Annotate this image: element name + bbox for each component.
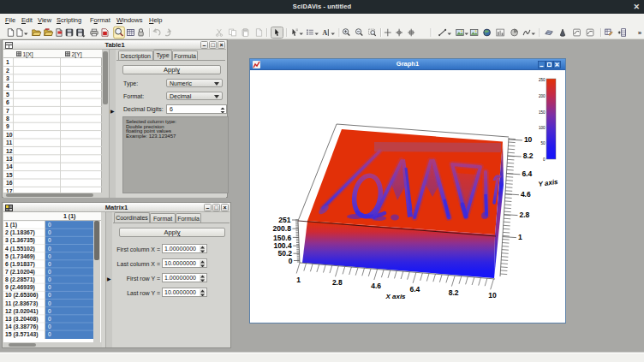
svg-text:0: 0	[48, 237, 51, 243]
svg-text:9: 9	[6, 123, 9, 129]
svg-text:»: »	[638, 29, 642, 37]
svg-text:10: 10	[6, 132, 13, 138]
svg-text:0: 0	[48, 284, 51, 290]
svg-text:16: 16	[6, 180, 13, 186]
svg-text:1 (1): 1 (1)	[5, 222, 17, 228]
svg-text:4: 4	[6, 83, 9, 89]
svg-text:0: 0	[48, 261, 51, 267]
svg-text:8.2: 8.2	[523, 151, 534, 160]
svg-text:15 (3.57143): 15 (3.57143)	[5, 331, 39, 338]
svg-text:0: 0	[48, 246, 51, 252]
svg-text:14 (3.38776): 14 (3.38776)	[5, 323, 39, 330]
svg-text:10: 10	[488, 291, 497, 300]
svg-text:X axis: X axis	[385, 293, 406, 300]
svg-text:3 (1.36735): 3 (1.36735)	[5, 237, 35, 244]
svg-text:A: A	[323, 29, 328, 37]
svg-text:0: 0	[48, 269, 51, 275]
svg-text:15: 15	[6, 172, 13, 178]
svg-text:2.8: 2.8	[332, 278, 343, 287]
svg-text:200: 200	[539, 94, 546, 98]
svg-text:5 (1.73469): 5 (1.73469)	[5, 253, 35, 260]
svg-text:10 (2.65306): 10 (2.65306)	[5, 292, 39, 299]
svg-text:9 (2.46939): 9 (2.46939)	[5, 284, 35, 291]
svg-text:3: 3	[6, 75, 9, 81]
svg-text:13: 13	[6, 156, 13, 162]
svg-text:0: 0	[48, 308, 51, 314]
svg-text:8 (2.28571): 8 (2.28571)	[5, 276, 35, 283]
svg-text:250: 250	[539, 78, 546, 82]
svg-text:2.8: 2.8	[520, 211, 530, 219]
svg-text:6 (1.91837): 6 (1.91837)	[5, 261, 35, 268]
svg-text:Y axis: Y axis	[538, 178, 559, 188]
svg-text:6: 6	[6, 99, 9, 105]
svg-text:100: 100	[539, 126, 546, 130]
svg-text:10: 10	[524, 135, 533, 144]
svg-text:0: 0	[543, 157, 546, 162]
svg-text:1: 1	[6, 59, 9, 65]
svg-text:12 (3.02041): 12 (3.02041)	[5, 308, 39, 315]
svg-text:5: 5	[6, 92, 9, 98]
svg-text:200.8: 200.8	[273, 224, 292, 233]
svg-text:1: 1	[518, 233, 522, 241]
svg-text:4.6: 4.6	[371, 282, 381, 290]
svg-text:8: 8	[6, 116, 9, 122]
svg-text:0: 0	[48, 316, 51, 322]
svg-text:150.6: 150.6	[273, 234, 292, 242]
svg-text:2 (1.18367): 2 (1.18367)	[5, 229, 35, 236]
svg-text:251: 251	[278, 216, 290, 224]
svg-text:8.2: 8.2	[449, 288, 459, 297]
svg-text:0: 0	[48, 276, 51, 282]
svg-text:0: 0	[48, 323, 51, 329]
svg-text:0: 0	[48, 331, 51, 337]
svg-text:6.4: 6.4	[409, 285, 420, 294]
svg-text:0: 0	[289, 257, 293, 265]
svg-text:0: 0	[48, 253, 51, 259]
svg-text:14: 14	[6, 163, 13, 169]
svg-text:0: 0	[48, 300, 51, 306]
svg-text:13 (3.20408): 13 (3.20408)	[5, 316, 39, 323]
svg-text:50: 50	[540, 141, 546, 145]
svg-text:1: 1	[296, 276, 301, 284]
svg-text:150: 150	[539, 110, 546, 115]
svg-text:0: 0	[48, 292, 51, 298]
svg-text:0: 0	[48, 222, 51, 228]
svg-text:7: 7	[6, 108, 9, 114]
svg-text:0: 0	[48, 229, 51, 235]
svg-text:2: 2	[6, 68, 9, 74]
svg-text:6.4: 6.4	[522, 169, 532, 178]
svg-text:7 (2.10204): 7 (2.10204)	[5, 269, 35, 276]
svg-text:12: 12	[6, 148, 13, 154]
svg-text:11 (2.83673): 11 (2.83673)	[5, 300, 38, 307]
svg-text:4 (1.55102): 4 (1.55102)	[5, 246, 35, 252]
svg-text:4.6: 4.6	[521, 190, 531, 199]
svg-text:11: 11	[6, 139, 12, 145]
